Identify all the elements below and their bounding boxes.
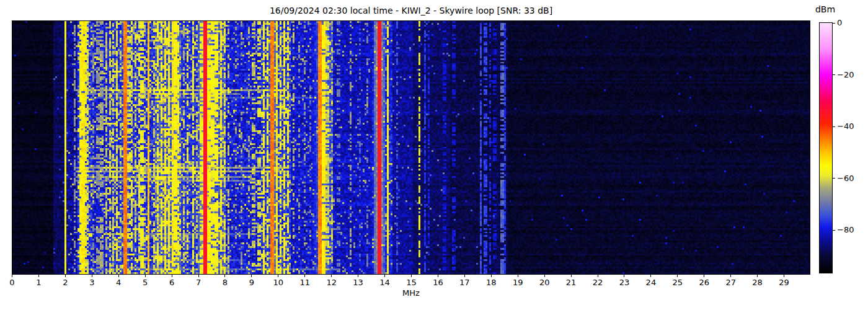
x-tick-label: 19	[505, 278, 530, 287]
x-tick-label: 29	[772, 278, 797, 287]
x-tick-mark	[331, 275, 332, 277]
x-tick-mark	[172, 275, 172, 277]
x-tick-label: 5	[133, 278, 157, 287]
colorbar-tick-label: −80	[837, 225, 854, 235]
x-tick-mark	[650, 275, 651, 277]
x-tick-label: 18	[479, 278, 503, 287]
x-tick-mark	[544, 275, 545, 277]
colorbar-tick-label: −20	[837, 70, 854, 80]
spectrogram-canvas	[12, 21, 810, 274]
x-tick-label: 9	[239, 278, 264, 287]
x-tick-mark	[145, 275, 146, 277]
x-tick-label: 16	[425, 278, 450, 287]
x-tick-label: 26	[692, 278, 717, 287]
x-tick-mark	[304, 275, 305, 277]
x-tick-mark	[571, 275, 572, 277]
x-tick-label: 1	[26, 278, 51, 287]
x-tick-label: 3	[79, 278, 104, 287]
colorbar-canvas	[820, 23, 832, 273]
x-tick-label: 12	[319, 278, 344, 287]
chart-title: 16/09/2024 02:30 local time - KIWI_2 - S…	[12, 6, 810, 16]
x-tick-mark	[784, 275, 784, 277]
x-tick-label: 14	[373, 278, 397, 287]
x-tick-label: 24	[639, 278, 663, 287]
x-tick-mark	[730, 275, 731, 277]
x-tick-mark	[38, 275, 39, 277]
x-tick-label: 21	[559, 278, 583, 287]
x-tick-label: 22	[585, 278, 610, 287]
colorbar-tick-mark	[833, 74, 835, 75]
x-tick-mark	[464, 275, 465, 277]
x-tick-mark	[438, 275, 438, 277]
x-tick-mark	[411, 275, 412, 277]
x-tick-label: 4	[106, 278, 131, 287]
x-tick-label: 15	[399, 278, 424, 287]
x-tick-label: 17	[452, 278, 477, 287]
x-tick-mark	[598, 275, 598, 277]
x-tick-label: 11	[293, 278, 317, 287]
x-tick-mark	[384, 275, 385, 277]
x-tick-mark	[358, 275, 358, 277]
x-tick-label: 27	[719, 278, 743, 287]
colorbar-tick-label: −40	[837, 122, 854, 131]
colorbar-tick-label: 0	[837, 18, 842, 28]
x-tick-mark	[278, 275, 278, 277]
x-tick-label: 20	[532, 278, 557, 287]
x-tick-mark	[704, 275, 704, 277]
x-axis-label: MHz	[12, 288, 810, 298]
plot-area	[12, 20, 810, 275]
x-tick-label: 10	[266, 278, 291, 287]
x-tick-label: 8	[213, 278, 237, 287]
x-tick-mark	[65, 275, 66, 277]
colorbar	[819, 22, 833, 273]
x-tick-label: 25	[665, 278, 690, 287]
x-tick-mark	[624, 275, 624, 277]
x-tick-mark	[118, 275, 119, 277]
x-tick-mark	[677, 275, 678, 277]
x-tick-mark	[224, 275, 225, 277]
x-tick-label: 7	[186, 278, 211, 287]
x-tick-mark	[757, 275, 758, 277]
x-tick-label: 0	[0, 278, 25, 287]
x-tick-label: 28	[745, 278, 770, 287]
colorbar-label: dBm	[811, 4, 839, 14]
x-tick-label: 6	[159, 278, 184, 287]
colorbar-tick-label: −60	[837, 174, 854, 184]
x-tick-label: 23	[612, 278, 637, 287]
colorbar-tick-mark	[833, 23, 835, 24]
x-tick-mark	[198, 275, 199, 277]
x-tick-mark	[12, 275, 12, 277]
x-tick-label: 13	[346, 278, 371, 287]
x-tick-mark	[518, 275, 518, 277]
x-tick-mark	[491, 275, 492, 277]
colorbar-tick-mark	[833, 126, 835, 127]
colorbar-tick-mark	[833, 230, 835, 231]
x-tick-mark	[92, 275, 92, 277]
x-tick-mark	[251, 275, 252, 277]
x-tick-label: 2	[53, 278, 78, 287]
spectrogram-figure: 16/09/2024 02:30 local time - KIWI_2 - S…	[0, 0, 868, 310]
colorbar-tick-mark	[833, 178, 835, 179]
